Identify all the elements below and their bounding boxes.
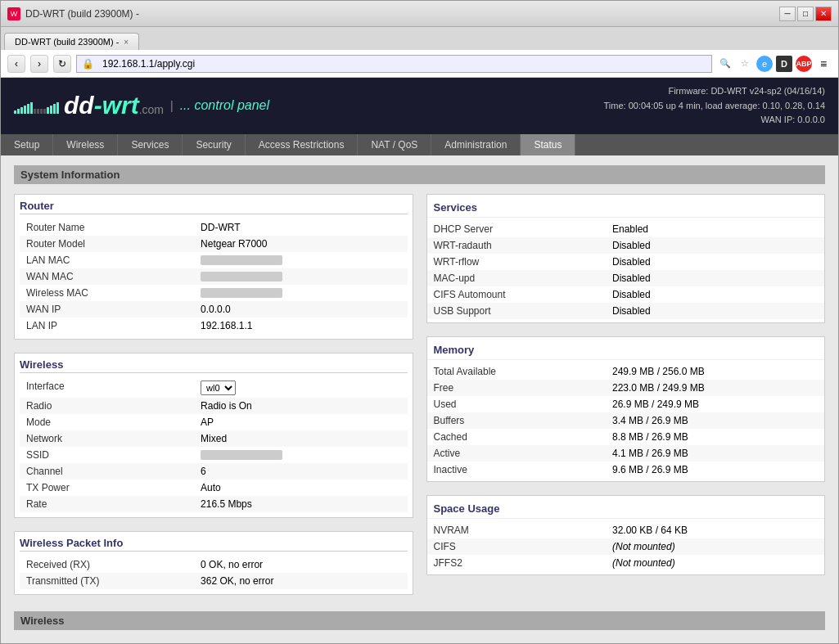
label: Received (RX) <box>20 556 194 573</box>
main-columns: Router Router Name DD-WRT Router Model N… <box>14 194 825 608</box>
time-info: Time: 00:04:05 up 4 min, load average: 0… <box>604 99 826 114</box>
value: 26.9 MB / 249.9 MB <box>606 396 824 412</box>
tab-services[interactable]: Services <box>118 134 183 155</box>
space-table: NVRAM 32.00 KB / 64 KB CIFS (Not mounted… <box>427 522 825 571</box>
table-row: CIFS (Not mounted) <box>427 538 825 555</box>
value <box>194 268 407 285</box>
logo-subtitle: ... control panel <box>180 98 269 113</box>
table-row: CIFS Automount Disabled <box>427 286 825 303</box>
value: 6 <box>194 463 407 480</box>
value: 192.168.1.1 <box>194 317 407 334</box>
menu-icon[interactable]: ≡ <box>815 56 832 72</box>
value: 362 OK, no error <box>194 573 407 589</box>
memory-title: Memory <box>427 340 825 360</box>
value: 3.4 MB / 26.9 MB <box>606 412 824 429</box>
tab-setup[interactable]: Setup <box>1 134 53 155</box>
value: AP <box>194 414 407 430</box>
tab-bar: DD-WRT (build 23900M) - × <box>1 27 838 50</box>
label: Buffers <box>427 412 606 429</box>
search-icon[interactable]: 🔍 <box>717 56 733 72</box>
table-row: WAN MAC <box>20 268 408 285</box>
label: JFFS2 <box>427 555 606 571</box>
logo-wrt: -wrt <box>94 92 139 119</box>
tab-administration[interactable]: Administration <box>431 134 521 155</box>
value: 8.8 MB / 26.9 MB <box>606 429 824 445</box>
table-row: LAN MAC <box>20 252 408 268</box>
label: Transmitted (TX) <box>20 573 194 589</box>
memory-box: Memory Total Available 249.9 MB / 256.0 … <box>426 336 826 482</box>
tab-title: DD-WRT (build 23900M) - <box>15 37 119 47</box>
value: Disabled <box>606 237 824 254</box>
extension-icon[interactable]: D <box>776 56 792 72</box>
router-content: dd -wrt .com | ... control panel Firmwar… <box>1 78 838 643</box>
content-area: System Information Router Router Name DD… <box>1 155 838 643</box>
bookmark-icon[interactable]: ☆ <box>737 56 753 72</box>
table-row: Used 26.9 MB / 249.9 MB <box>427 396 825 412</box>
table-row: LAN IP 192.168.1.1 <box>20 317 408 334</box>
packet-table: Received (RX) 0 OK, no error Transmitted… <box>20 556 408 589</box>
router-header: dd -wrt .com | ... control panel Firmwar… <box>1 78 838 134</box>
value: Netgear R7000 <box>194 236 407 252</box>
address-bar: ‹ › ↻ 🔒 🔍 ☆ e D ABP ≡ <box>1 50 838 78</box>
label: USB Support <box>427 303 606 319</box>
table-row: Free 223.0 MB / 249.9 MB <box>427 380 825 396</box>
lan-mac-value <box>201 255 282 265</box>
maximize-button[interactable]: □ <box>797 7 814 21</box>
tab-nat-qos[interactable]: NAT / QoS <box>358 134 431 155</box>
back-button[interactable]: ‹ <box>7 55 25 73</box>
label: MAC-upd <box>427 270 606 286</box>
memory-table: Total Available 249.9 MB / 256.0 MB Free… <box>427 363 825 478</box>
ie-icon[interactable]: e <box>756 56 773 72</box>
table-row: Router Model Netgear R7000 <box>20 236 408 252</box>
memory-section: Memory Total Available 249.9 MB / 256.0 … <box>426 336 826 482</box>
value: 249.9 MB / 256.0 MB <box>606 363 824 380</box>
tab-security[interactable]: Security <box>183 134 245 155</box>
table-row: WRT-radauth Disabled <box>427 237 825 254</box>
wan-ip-info: WAN IP: 0.0.0.0 <box>604 113 826 128</box>
close-button[interactable]: ✕ <box>815 7 832 21</box>
refresh-button[interactable]: ↻ <box>53 55 71 73</box>
value[interactable]: wl0 wl1 <box>194 378 407 398</box>
lock-icon: 🔒 <box>82 58 94 70</box>
firmware-info: Firmware: DD-WRT v24-sp2 (04/16/14) <box>604 84 826 99</box>
services-title: Services <box>427 198 825 218</box>
tab-wireless[interactable]: Wireless <box>53 134 118 155</box>
tab-access-restrictions[interactable]: Access Restrictions <box>246 134 359 155</box>
value: (Not mounted) <box>606 538 824 555</box>
table-row: Inactive 9.6 MB / 26.9 MB <box>427 462 825 478</box>
tab-status[interactable]: Status <box>521 134 575 155</box>
wireless-section: Wireless Interface wl0 wl1 <box>14 353 413 518</box>
adblock-icon[interactable]: ABP <box>796 56 812 72</box>
wireless-info-box: Wireless Interface wl0 wl1 <box>14 353 413 518</box>
table-row: Network Mixed <box>20 430 408 447</box>
table-row: Radio Radio is On <box>20 398 408 414</box>
browser-tab[interactable]: DD-WRT (build 23900M) - × <box>4 33 139 50</box>
forward-button[interactable]: › <box>30 55 48 73</box>
minimize-button[interactable]: ─ <box>779 7 796 21</box>
window-controls[interactable]: ─ □ ✕ <box>779 7 832 21</box>
value: DD-WRT <box>194 219 407 236</box>
label: LAN MAC <box>20 252 194 268</box>
logo-com: .com <box>139 103 164 116</box>
value: Disabled <box>606 270 824 286</box>
logo-dd: dd <box>64 92 94 119</box>
table-row: NVRAM 32.00 KB / 64 KB <box>427 522 825 538</box>
url-input[interactable] <box>97 55 706 73</box>
value: 4.1 MB / 26.9 MB <box>606 445 824 462</box>
value: 9.6 MB / 26.9 MB <box>606 462 824 478</box>
label: NVRAM <box>427 522 606 538</box>
value <box>194 252 407 268</box>
table-row: Buffers 3.4 MB / 26.9 MB <box>427 412 825 429</box>
table-row: Channel 6 <box>20 463 408 480</box>
tab-close-icon[interactable]: × <box>124 38 129 47</box>
label: Cached <box>427 429 606 445</box>
logo-divider: | <box>170 99 174 112</box>
services-table: DHCP Server Enabled WRT-radauth Disabled… <box>427 221 825 319</box>
interface-select[interactable]: wl0 wl1 <box>201 381 236 395</box>
label: DHCP Server <box>427 221 606 237</box>
label: Total Available <box>427 363 606 380</box>
label: Channel <box>20 463 194 480</box>
signal-bars <box>14 102 59 114</box>
value: Disabled <box>606 303 824 319</box>
label: WAN IP <box>20 301 194 317</box>
